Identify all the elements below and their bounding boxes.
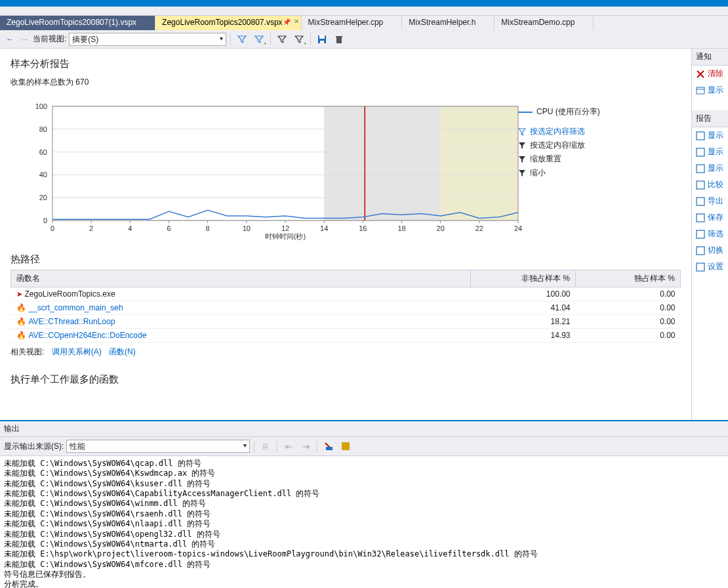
- output-src-label: 显示输出来源(S):: [4, 441, 64, 452]
- svg-text:2: 2: [89, 224, 93, 232]
- output-find-icon[interactable]: ⎘: [258, 439, 273, 453]
- side-save[interactable]: 保存: [692, 209, 728, 226]
- legend-line-icon: [518, 112, 533, 113]
- col-incl[interactable]: 非独占样本 %: [471, 270, 576, 287]
- col-fn[interactable]: 函数名: [11, 270, 471, 287]
- svg-text:0: 0: [51, 224, 54, 232]
- report-area: 样本分析报告 收集的样本总数为 670 02040608010002468101…: [0, 49, 691, 420]
- svg-text:100: 100: [35, 102, 47, 110]
- report-toolbar: ← → 当前视图: 摘要(S) + +: [0, 30, 728, 49]
- svg-text:18: 18: [397, 224, 405, 232]
- exe-icon: ➤: [16, 290, 22, 298]
- nav-back-icon[interactable]: ←: [4, 33, 16, 45]
- svg-text:16: 16: [359, 224, 367, 232]
- notify-clear[interactable]: 清除: [692, 66, 728, 82]
- related-views: 相关视图: 调用关系树(A) 函数(N): [0, 343, 691, 362]
- filter-add-icon[interactable]: +: [252, 32, 266, 47]
- svg-rect-5: [324, 106, 440, 220]
- side-panel: 通知 清除 显示 报告 显示显示显示比较导出保存筛选切换设置: [691, 49, 728, 420]
- filter2-icon[interactable]: [275, 32, 289, 47]
- svg-rect-60: [697, 263, 704, 271]
- output-wrap-icon[interactable]: [338, 439, 353, 453]
- svg-rect-56: [697, 198, 704, 205]
- svg-text:14: 14: [320, 224, 328, 232]
- svg-rect-1: [319, 35, 325, 39]
- output-indent-right-icon[interactable]: ⇥: [298, 439, 313, 453]
- side-filter[interactable]: 筛选: [692, 226, 728, 242]
- col-excl[interactable]: 独占样本 %: [576, 270, 681, 287]
- nav-fwd-icon[interactable]: →: [18, 33, 30, 45]
- report-title: 样本分析报告: [0, 58, 691, 77]
- chart-zoom-out[interactable]: 缩小: [518, 166, 585, 180]
- svg-text:22: 22: [475, 224, 483, 232]
- menu-strip: [0, 7, 728, 16]
- save-icon[interactable]: [315, 32, 329, 47]
- output-src-combo[interactable]: 性能: [66, 440, 250, 453]
- svg-rect-58: [697, 230, 704, 238]
- side-list[interactable]: 显示: [692, 144, 728, 160]
- notify-header: 通知: [692, 49, 728, 66]
- output-text[interactable]: 未能加载 C:\Windows\SysWOW64\qcap.dll 的符号 未能…: [0, 456, 728, 588]
- hotpath-table: 函数名 非独占样本 % 独占样本 % ➤ZegoLiveRoomTopics.e…: [10, 270, 681, 343]
- report-subtitle: 收集的样本总数为 670: [0, 77, 691, 98]
- side-cols[interactable]: 显示: [692, 160, 728, 177]
- svg-rect-62: [326, 447, 333, 450]
- side-compare[interactable]: 比较: [692, 177, 728, 193]
- filter2-add-icon[interactable]: +: [292, 32, 306, 47]
- side-export[interactable]: 导出: [692, 193, 728, 209]
- flame-icon: 🔥: [16, 331, 26, 340]
- svg-rect-3: [336, 37, 342, 43]
- link-functions[interactable]: 函数(N): [109, 347, 136, 356]
- flame-icon: 🔥: [16, 303, 26, 312]
- svg-text:4: 4: [128, 224, 132, 232]
- svg-text:时钟时间(秒): 时钟时间(秒): [265, 232, 306, 240]
- doc-tab[interactable]: MixStreamHelper.h: [402, 16, 495, 30]
- delete-icon[interactable]: [332, 32, 346, 47]
- table-row[interactable]: 🔥__scrt_common_main_seh41.040.00: [11, 301, 681, 315]
- svg-rect-54: [697, 165, 704, 173]
- link-call-tree[interactable]: 调用关系树(A): [52, 347, 102, 356]
- output-clear-icon[interactable]: [321, 439, 336, 453]
- chart-legend: CPU (使用百分率): [518, 106, 600, 120]
- cpu-chart[interactable]: 020406080100024681012141618202224时钟时间(秒): [24, 102, 522, 240]
- table-row[interactable]: 🔥AVE::CThread::RunLoop18.210.00: [11, 315, 681, 329]
- function-link[interactable]: __scrt_common_main_seh: [29, 303, 123, 312]
- svg-rect-63: [342, 442, 350, 450]
- table-row[interactable]: ➤ZegoLiveRoomTopics.exe100.000.00: [11, 287, 681, 301]
- svg-rect-4: [336, 36, 342, 37]
- svg-text:60: 60: [39, 148, 47, 156]
- filter-icon[interactable]: [235, 32, 249, 47]
- svg-rect-52: [697, 132, 704, 140]
- svg-text:12: 12: [281, 224, 289, 232]
- function-link[interactable]: AVE::COpenH264Enc::DoEncode: [29, 331, 147, 340]
- flame-icon: 🔥: [16, 317, 26, 326]
- side-switch[interactable]: 切换: [692, 242, 728, 259]
- table-row[interactable]: 🔥AVE::COpenH264Enc::DoEncode14.930.00: [11, 329, 681, 343]
- side-gear[interactable]: 设置: [692, 259, 728, 275]
- chart-zoom-reset[interactable]: 缩放重置: [518, 152, 585, 166]
- doc-tab[interactable]: MixStreamHelper.cpp: [302, 16, 403, 30]
- doc-tab[interactable]: ZegoLiveRoomTopics200807.vspx📌✕: [155, 16, 301, 30]
- svg-rect-57: [697, 214, 704, 222]
- output-indent-left-icon[interactable]: ⇤: [281, 439, 296, 453]
- pin-icon[interactable]: 📌: [283, 18, 291, 26]
- doc-tab[interactable]: MixStreamDemo.cpp: [495, 16, 594, 30]
- view-combo[interactable]: 摘要(S): [69, 33, 226, 46]
- function-link[interactable]: AVE::CThread::RunLoop: [29, 317, 115, 326]
- title-bar: [0, 0, 728, 7]
- svg-rect-55: [697, 181, 704, 189]
- chart-zoom-selection[interactable]: 按选定内容缩放: [518, 138, 585, 152]
- svg-text:80: 80: [39, 125, 47, 133]
- svg-text:20: 20: [437, 224, 445, 232]
- view-label: 当前视图:: [33, 33, 66, 45]
- svg-rect-53: [697, 148, 704, 156]
- doc-tab[interactable]: ZegoLiveRoomTopics200807(1).vspx: [0, 16, 155, 30]
- document-tabs: ZegoLiveRoomTopics200807(1).vspxZegoLive…: [0, 16, 728, 30]
- close-icon[interactable]: ✕: [294, 18, 299, 25]
- notify-show[interactable]: 显示: [692, 82, 728, 98]
- report-side-header: 报告: [692, 110, 728, 127]
- side-grid[interactable]: 显示: [692, 127, 728, 144]
- svg-text:0: 0: [43, 217, 47, 224]
- output-title: 输出: [0, 421, 728, 437]
- chart-filter-selection[interactable]: 按选定内容筛选: [518, 125, 585, 138]
